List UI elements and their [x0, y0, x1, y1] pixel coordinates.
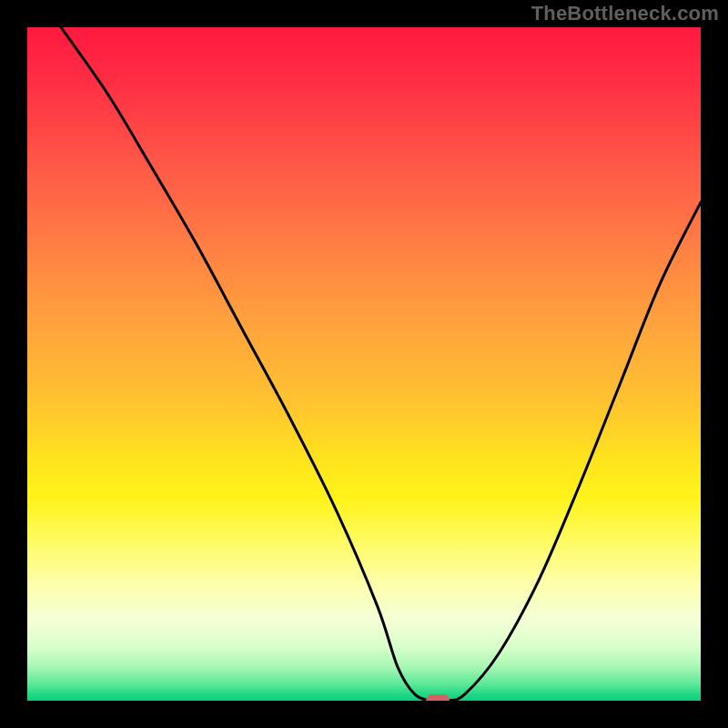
watermark-text: TheBottleneck.com: [531, 2, 719, 25]
bottleneck-curve: [27, 27, 701, 701]
minimum-marker: [426, 694, 450, 701]
curve-path: [61, 27, 701, 701]
plot-area: [27, 27, 701, 701]
outer-frame: TheBottleneck.com: [0, 0, 728, 728]
